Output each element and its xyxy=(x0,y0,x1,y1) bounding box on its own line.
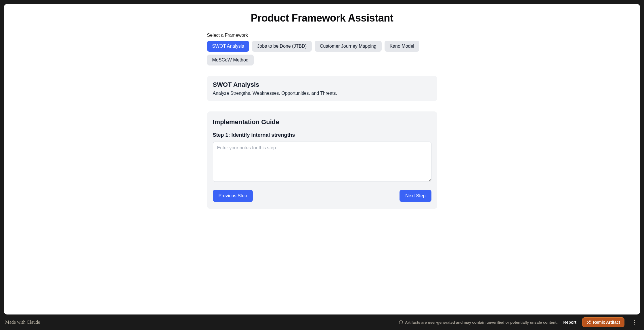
footer-bar: Made with Claude Artifacts are user-gene… xyxy=(0,314,644,330)
step-notes-textarea[interactable] xyxy=(213,142,431,182)
implementation-guide-title: Implementation Guide xyxy=(213,118,431,126)
remix-artifact-button[interactable]: Remix Artifact xyxy=(582,317,624,327)
framework-pill-moscow[interactable]: MoSCoW Method xyxy=(207,55,254,65)
next-step-button[interactable]: Next Step xyxy=(400,190,431,202)
footer-right: Artifacts are user-generated and may con… xyxy=(399,317,639,327)
app-content: Product Framework Assistant Select a Fra… xyxy=(201,4,443,217)
page-title: Product Framework Assistant xyxy=(207,12,437,24)
app-window: Product Framework Assistant Select a Fra… xyxy=(4,4,640,314)
framework-pill-kano[interactable]: Kano Model xyxy=(385,41,419,52)
made-with-claude: Made with Claude xyxy=(5,320,40,325)
footer-disclaimer: Artifacts are user-generated and may con… xyxy=(399,320,557,325)
framework-pill-row: SWOT Analysis Jobs to be Done (JTBD) Cus… xyxy=(207,41,437,65)
framework-pill-swot[interactable]: SWOT Analysis xyxy=(207,41,249,52)
step-label: Step 1: Identify internal strengths xyxy=(213,132,431,138)
remix-artifact-label: Remix Artifact xyxy=(593,320,620,325)
framework-pill-jtbd[interactable]: Jobs to be Done (JTBD) xyxy=(252,41,312,52)
step-button-row: Previous Step Next Step xyxy=(213,190,431,202)
framework-summary-title: SWOT Analysis xyxy=(213,81,431,88)
report-link[interactable]: Report xyxy=(563,320,576,325)
implementation-guide-card: Implementation Guide Step 1: Identify in… xyxy=(207,111,437,209)
framework-summary-description: Analyze Strengths, Weaknesses, Opportuni… xyxy=(213,91,431,96)
select-framework-label: Select a Framework xyxy=(207,33,437,38)
footer-disclaimer-text: Artifacts are user-generated and may con… xyxy=(405,320,557,325)
more-menu-icon[interactable]: ⋮ xyxy=(630,319,639,325)
info-icon xyxy=(399,320,403,325)
previous-step-button[interactable]: Previous Step xyxy=(213,190,253,202)
framework-section: Select a Framework SWOT Analysis Jobs to… xyxy=(207,33,437,209)
outer-frame: Product Framework Assistant Select a Fra… xyxy=(0,0,644,314)
framework-pill-journey[interactable]: Customer Journey Mapping xyxy=(315,41,382,52)
svg-line-5 xyxy=(587,321,588,322)
framework-summary-card: SWOT Analysis Analyze Strengths, Weaknes… xyxy=(207,76,437,101)
shuffle-icon xyxy=(586,320,591,325)
